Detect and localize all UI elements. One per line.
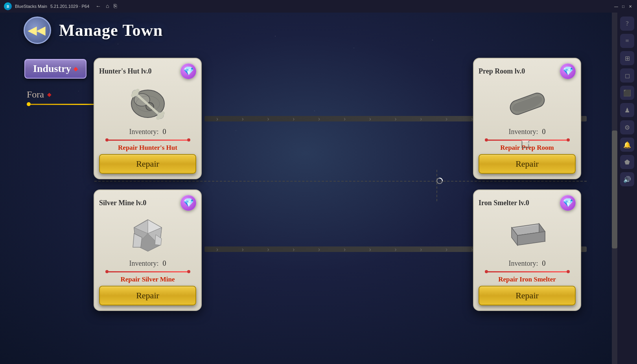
scrollbar-track[interactable] — [612, 13, 617, 364]
iron-smelter-gem-icon: 💎 — [560, 195, 576, 211]
sidebar-settings-icon[interactable]: ⚙ — [620, 120, 634, 134]
prep-room-gem-icon: 💎 — [560, 63, 576, 79]
nav-buttons: ← ⌂ ⎘ — [96, 3, 117, 9]
svg-point-8 — [131, 94, 135, 97]
silver-mine-inventory-value: 0 — [162, 259, 166, 268]
iron-smelter-inventory-value: 0 — [542, 259, 545, 268]
silver-mine-inventory-label: Inventory: — [129, 259, 159, 268]
ore-svg-icon — [126, 218, 169, 253]
iron-smelter-slider — [479, 270, 576, 273]
industry-diamond-icon: ◆ — [74, 66, 78, 72]
meat-svg-icon — [128, 86, 168, 121]
hunters-hut-repair-label: Repair Hunter's Hut — [99, 144, 196, 152]
iron-smelter-header: Iron Smelter lv.0 💎 — [479, 195, 576, 211]
sidebar-game-icon[interactable]: ♟ — [620, 103, 634, 117]
slider-line — [109, 140, 187, 141]
slider-right-end — [187, 270, 190, 273]
sidebar-notification-icon[interactable]: 🔔 — [620, 138, 634, 152]
loading-indicator-2 — [436, 177, 444, 186]
sausage-svg-icon — [506, 88, 549, 119]
iron-smelter-card[interactable]: Iron Smelter lv.0 💎 In — [473, 189, 581, 311]
silver-mine-card[interactable]: Silver Mine lv.0 💎 Inventory: 0 — [94, 189, 202, 311]
prep-room-inventory-label: Inventory: — [509, 128, 538, 136]
prep-room-title: Prep Room lv.0 — [479, 67, 525, 75]
prep-room-repair-button[interactable]: Repair — [479, 154, 576, 174]
silver-mine-gem-icon: 💎 — [180, 195, 196, 211]
iron-bar-svg-icon — [506, 220, 549, 251]
svg-point-7 — [136, 89, 140, 93]
prep-room-image — [479, 82, 576, 125]
hunters-hut-slider — [99, 138, 196, 142]
slider-dot-left — [27, 102, 31, 106]
iron-smelter-title: Iron Smelter lv.0 — [479, 199, 529, 207]
sidebar-screen-icon[interactable]: ◻ — [620, 68, 634, 83]
slider-left-end — [105, 270, 109, 273]
hunters-hut-inventory-value: 0 — [162, 128, 166, 136]
loading-indicator — [521, 140, 529, 148]
svg-point-9 — [161, 111, 165, 115]
sidebar-menu-icon[interactable]: ≡ — [620, 34, 634, 48]
hunters-hut-image — [99, 82, 196, 125]
iron-smelter-repair-button[interactable]: Repair — [479, 286, 576, 305]
game-area: ◀◀ Manage Town Industry ◆ Fora ◆ › › › ›… — [0, 13, 612, 364]
hunters-hut-gem-icon: 💎 — [180, 63, 196, 79]
prep-room-card[interactable]: Prep Room lv.0 💎 Inventory: 0 Rep — [473, 58, 581, 179]
sidebar-help-icon[interactable]: ? — [620, 17, 634, 31]
slider-right-end — [567, 138, 570, 142]
silver-mine-title: Silver Mine lv.0 — [99, 199, 146, 207]
slider-line — [31, 104, 94, 105]
svg-point-10 — [156, 116, 160, 120]
iron-smelter-repair-label: Repair Iron Smelter — [479, 276, 576, 283]
minimize-button[interactable]: — — [613, 4, 619, 9]
slider-right-end — [567, 270, 570, 273]
sidebar-dark-icon[interactable]: ⬛ — [620, 86, 634, 100]
hunters-hut-card[interactable]: Hunter's Hut lv.0 💎 In — [94, 58, 202, 179]
silver-mine-image — [99, 214, 196, 257]
iron-smelter-inventory-label: Inventory: — [509, 259, 538, 268]
iron-smelter-image — [479, 214, 576, 257]
silver-mine-slider — [99, 270, 196, 273]
hunters-hut-repair-button[interactable]: Repair — [99, 154, 196, 174]
home-nav-button[interactable]: ⌂ — [106, 3, 109, 9]
silver-mine-inventory-row: Inventory: 0 — [99, 259, 196, 268]
horizontal-divider — [94, 181, 587, 182]
silver-mine-repair-label: Repair Silver Mine — [99, 276, 196, 283]
hunters-hut-header: Hunter's Hut lv.0 💎 — [99, 63, 196, 79]
silver-mine-repair-button[interactable]: Repair — [99, 286, 196, 305]
slider-line — [488, 271, 567, 272]
prep-room-header: Prep Room lv.0 💎 — [479, 63, 576, 79]
hunters-hut-inventory-row: Inventory: 0 — [99, 128, 196, 136]
fora-slider[interactable] — [27, 102, 98, 106]
hunters-hut-inventory-label: Inventory: — [129, 128, 159, 136]
slider-left-end — [485, 270, 488, 273]
page-title: Manage Town — [59, 21, 163, 40]
industry-button[interactable]: Industry ◆ — [24, 59, 87, 79]
fora-section: Fora ◆ — [27, 89, 52, 100]
slider-right-end — [187, 138, 190, 142]
window-title-text: BlueStacks Main — [15, 4, 47, 9]
back-button[interactable]: ◀◀ — [24, 17, 51, 44]
industry-label: Industry — [33, 63, 71, 75]
back-nav-button[interactable]: ← — [96, 3, 101, 9]
window-title-area: B BlueStacks Main 5.21.201.1029 · P64 ← … — [4, 2, 613, 10]
iron-smelter-inventory-row: Inventory: 0 — [479, 259, 576, 268]
maximize-button[interactable]: □ — [620, 4, 626, 9]
slider-left-end — [485, 138, 488, 142]
right-sidebar: ? ≡ ⊞ ◻ ⬛ ♟ ⚙ 🔔 ⬟ 🔊 — [617, 13, 637, 364]
back-arrow-icon: ◀◀ — [28, 24, 45, 37]
window-controls: — □ ✕ — [613, 4, 633, 9]
sidebar-sound-icon[interactable]: 🔊 — [620, 172, 634, 186]
sidebar-grid-icon[interactable]: ⊞ — [620, 51, 634, 65]
bluestacks-logo: B — [4, 2, 12, 10]
fora-diamond-icon: ◆ — [47, 91, 52, 98]
hunters-hut-title: Hunter's Hut lv.0 — [99, 67, 152, 75]
copy-nav-button[interactable]: ⎘ — [114, 3, 117, 9]
slider-left-end — [105, 138, 109, 142]
sidebar-diamond-icon[interactable]: ⬟ — [620, 155, 634, 169]
title-bar: B BlueStacks Main 5.21.201.1029 · P64 ← … — [0, 0, 637, 13]
slider-line — [109, 271, 187, 272]
scrollbar-thumb[interactable] — [612, 131, 617, 248]
silver-mine-header: Silver Mine lv.0 💎 — [99, 195, 196, 211]
close-button[interactable]: ✕ — [628, 4, 633, 9]
prep-room-inventory-value: 0 — [542, 128, 545, 136]
